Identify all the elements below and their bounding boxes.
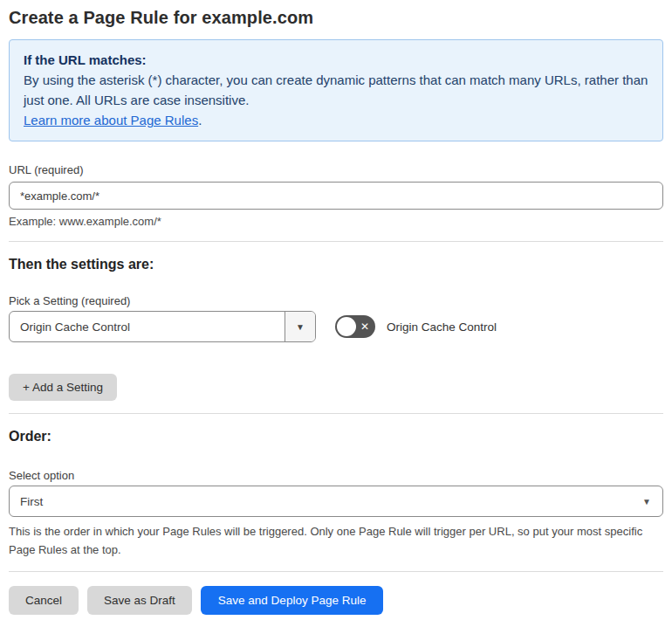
- setting-select[interactable]: Origin Cache Control ▼: [9, 311, 316, 342]
- pick-setting-label: Pick a Setting (required): [9, 294, 663, 307]
- url-label: URL (required): [9, 163, 663, 176]
- cancel-button[interactable]: Cancel: [9, 586, 79, 615]
- toggle-knob: [337, 317, 356, 336]
- info-box-heading: If the URL matches:: [24, 50, 648, 70]
- chevron-down-icon[interactable]: ▼: [285, 312, 315, 341]
- add-setting-button[interactable]: + Add a Setting: [9, 374, 117, 401]
- toggle-off-x-icon: ✕: [360, 321, 369, 332]
- url-example-helper: Example: www.example.com/*: [9, 215, 663, 229]
- link-period: .: [198, 113, 202, 127]
- info-box-body: By using the asterisk (*) character, you…: [24, 70, 648, 110]
- page-title: Create a Page Rule for example.com: [9, 7, 663, 28]
- order-select-value: First: [10, 495, 642, 508]
- order-select[interactable]: First ▼: [9, 486, 663, 517]
- divider: [9, 241, 663, 242]
- info-box-link-line: Learn more about Page Rules.: [24, 110, 648, 130]
- order-helper-text: This is the order in which your Page Rul…: [9, 522, 663, 559]
- page-rule-form: Create a Page Rule for example.com If th…: [0, 0, 672, 615]
- order-section-heading: Order:: [9, 428, 663, 445]
- settings-section-heading: Then the settings are:: [9, 256, 663, 273]
- origin-cache-control-toggle[interactable]: ✕: [335, 315, 375, 338]
- save-and-deploy-button[interactable]: Save and Deploy Page Rule: [201, 586, 384, 615]
- footer-actions: Cancel Save as Draft Save and Deploy Pag…: [9, 586, 663, 615]
- save-as-draft-button[interactable]: Save as Draft: [87, 586, 192, 615]
- toggle-label: Origin Cache Control: [387, 320, 497, 334]
- chevron-down-icon: ▼: [642, 497, 662, 506]
- setting-select-value: Origin Cache Control: [10, 320, 285, 334]
- learn-more-link[interactable]: Learn more about Page Rules: [24, 113, 198, 127]
- order-select-label: Select option: [9, 469, 663, 482]
- divider: [9, 571, 663, 572]
- divider: [9, 413, 663, 414]
- setting-row: Origin Cache Control ▼ ✕ Origin Cache Co…: [9, 311, 663, 342]
- url-input[interactable]: [9, 182, 663, 210]
- url-match-info-box: If the URL matches: By using the asteris…: [9, 39, 663, 141]
